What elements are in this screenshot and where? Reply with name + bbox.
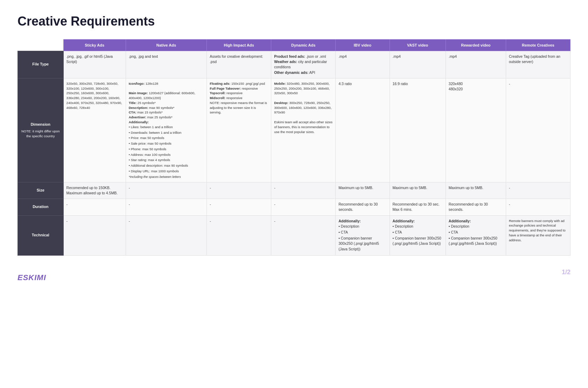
logo: ESKIMI — [18, 273, 46, 282]
size-remote: - — [506, 182, 570, 199]
dim-native: Icon/logo: 128x128Main Image: 1200x627 (… — [126, 78, 207, 182]
row-header-1: DimensionNOTE: it might differ upon the … — [18, 78, 64, 182]
dur-vast: Recommended up to 30 sec. Max 6 mins. — [390, 199, 446, 215]
header-native: Native Ads — [126, 40, 207, 51]
dur-high: - — [207, 199, 271, 215]
dur-rewarded: Recommended up to 30 seconds. — [446, 199, 506, 215]
tech-sticky: - — [63, 215, 126, 255]
file-high: Assets for creative development: .psd — [207, 51, 271, 78]
file-dynamic: Product feed ads: .json or .xmlWeather a… — [271, 51, 336, 78]
dim-ibv: 4:3 ratio — [336, 78, 390, 182]
row-header-0: File Type — [18, 51, 64, 78]
table-wrapper: Sticky Ads Native Ads High Impact Ads Dy… — [18, 39, 570, 256]
size-ibv: Maximum up to 5MB. — [336, 182, 390, 199]
requirements-table: Sticky Ads Native Ads High Impact Ads Dy… — [18, 39, 570, 256]
dur-sticky: - — [63, 199, 126, 215]
tech-remote: Remote banners must comply with ad excha… — [506, 215, 570, 255]
header-dynamic: Dynamic Ads — [271, 40, 336, 51]
header-sticky: Sticky Ads — [63, 40, 126, 51]
file-ibv: .mp4 — [336, 51, 390, 78]
dim-high: Floating ads: 150x150 .png/.jpg/.psdFull… — [207, 78, 271, 182]
dur-native: - — [126, 199, 207, 215]
dim-sticky: 320x50, 300x250, 728x90, 300x50, 320x100… — [63, 78, 126, 182]
dim-rewarded: 320x480480x320 — [446, 78, 506, 182]
header-ibv: IBV video — [336, 40, 390, 51]
dim-remote: - — [506, 78, 570, 182]
header-remote: Remote Creatives — [506, 40, 570, 51]
tech-vast: Additionally:DescriptionCTACompanion ban… — [390, 215, 446, 255]
size-native: - — [126, 182, 207, 199]
header-vast: VAST video — [390, 40, 446, 51]
tech-high: - — [207, 215, 271, 255]
row-header-3: Duration — [18, 199, 64, 215]
header-high: High Impact Ads — [207, 40, 271, 51]
file-native: .png, .jpg and text — [126, 51, 207, 78]
dur-dynamic: - — [271, 199, 336, 215]
page-title: Creative Requirements — [18, 14, 570, 29]
file-vast: .mp4 — [390, 51, 446, 78]
header-empty — [18, 40, 64, 51]
size-high: - — [207, 182, 271, 199]
size-vast: Maximum up to 5MB. — [390, 182, 446, 199]
size-rewarded: Maximum up to 5MB. — [446, 182, 506, 199]
header-rewarded: Rewarded video — [446, 40, 506, 51]
dim-dynamic: Mobile: 320x480, 300x250, 300x600, 250x2… — [271, 78, 336, 182]
file-sticky: .png, .jpg, .gif or html5 (Java Script) — [63, 51, 126, 78]
dur-ibv: Recommended up to 30 seconds. — [336, 199, 390, 215]
size-sticky: Recomended up to 150KB.Maximum allowed u… — [63, 182, 126, 199]
tech-ibv: Additionally:DescriptionCTACompanion ban… — [336, 215, 390, 255]
row-header-2: Size — [18, 182, 64, 199]
tech-dynamic: - — [271, 215, 336, 255]
dim-vast: 16:9 ratio — [390, 78, 446, 182]
page-number: 1/2 — [562, 269, 570, 276]
file-rewarded: .mp4 — [446, 51, 506, 78]
size-dynamic: - — [271, 182, 336, 199]
row-header-4: Technical — [18, 215, 64, 255]
tech-native: - — [126, 215, 207, 255]
file-remote: Creative Tag (uploaded from an outside s… — [506, 51, 570, 78]
tech-rewarded: Additionally:DescriptionCTACompanion ban… — [446, 215, 506, 255]
dur-remote: - — [506, 199, 570, 215]
footer: ESKIMI 1/2 — [18, 263, 570, 282]
